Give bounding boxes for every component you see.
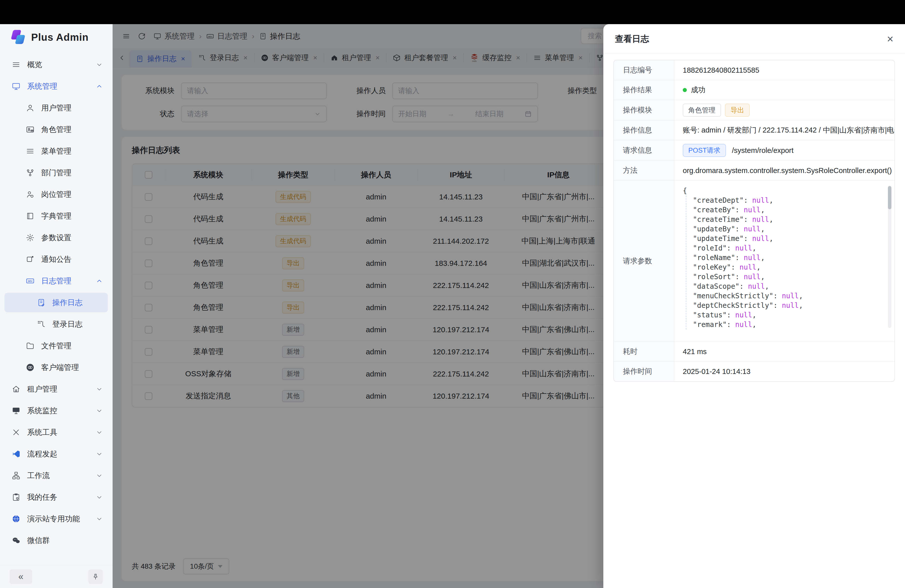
sidebar-item-workflow[interactable]: 工作流 xyxy=(5,466,108,485)
globe-icon xyxy=(11,514,21,523)
sidebar-item-dept-management[interactable]: 部门管理 xyxy=(5,163,108,183)
drawer-body: 日志编号 1882612840802115585 操作结果 成功 操作模块 角色… xyxy=(603,54,905,588)
request-value: POST请求 /system/role/export xyxy=(674,140,894,161)
detail-label: 操作时间 xyxy=(614,362,674,381)
workflow-icon xyxy=(11,471,21,480)
tools-icon xyxy=(11,428,21,437)
detail-label: 方法 xyxy=(614,161,674,180)
json-line: "menuCheckStrictly": null, xyxy=(693,291,887,301)
sidebar-item-post-management[interactable]: 岗位管理 xyxy=(5,184,108,204)
json-line: "dataScope": null, xyxy=(693,282,887,291)
vscode-icon xyxy=(11,450,21,458)
detail-row-request: 请求信息 POST请求 /system/role/export xyxy=(614,140,894,161)
home-icon xyxy=(11,385,21,394)
menu-lines-icon xyxy=(25,147,35,156)
json-line: "roleName": null, xyxy=(693,253,887,262)
chevron-up-icon xyxy=(96,277,103,284)
json-line: "updateBy": null, xyxy=(693,224,887,234)
top-black-bar xyxy=(0,0,905,24)
detail-label: 操作结果 xyxy=(614,80,674,100)
sidebar-item-login-log[interactable]: 登录日志 xyxy=(5,315,108,334)
detail-label: 操作信息 xyxy=(614,121,674,140)
sidebar-item-dict-management[interactable]: 字典管理 xyxy=(5,206,108,226)
dev-badge-icon: DEV xyxy=(25,277,35,286)
drawer-title: 查看日志 xyxy=(615,33,649,45)
wechat-icon xyxy=(11,536,21,545)
sidebar-item-menu-management[interactable]: 菜单管理 xyxy=(5,141,108,161)
sidebar-item-overview[interactable]: 概览 xyxy=(5,55,108,75)
monitor-icon xyxy=(11,82,21,91)
json-line: "roleSort": null, xyxy=(693,272,887,282)
sidebar-item-user-management[interactable]: 用户管理 xyxy=(5,98,108,118)
chevron-down-icon xyxy=(96,515,103,522)
log-id-value: 1882612840802115585 xyxy=(674,60,894,80)
info-value: 账号: admin / 研发部门 / 222.175.114.242 / 中国|… xyxy=(674,121,894,140)
logo[interactable]: Plus Admin xyxy=(0,24,113,50)
module-value: 角色管理 导出 xyxy=(674,100,894,120)
logo-mark-icon xyxy=(10,30,25,44)
sidebar-item-demo-features[interactable]: 演示站专用功能 xyxy=(5,509,108,529)
json-line: "createBy": null, xyxy=(693,205,887,215)
detail-label: 日志编号 xyxy=(614,60,674,80)
monitor-filled-icon xyxy=(11,406,21,415)
post-method-tag: POST请求 xyxy=(683,144,726,157)
sidebar-item-param-settings[interactable]: 参数设置 xyxy=(5,228,108,248)
request-params-code[interactable]: { "createDept": null, "createBy": null, … xyxy=(674,181,894,342)
gear-icon xyxy=(25,233,35,242)
chevron-down-icon xyxy=(96,429,103,436)
sidebar-item-system-tools[interactable]: 系统工具 xyxy=(5,423,108,442)
pin-icon[interactable] xyxy=(88,569,103,584)
sidebar-item-system-management[interactable]: 系统管理 xyxy=(5,76,108,96)
collapse-sidebar-button[interactable]: « xyxy=(10,569,32,584)
drawer-header: 查看日志 × xyxy=(603,24,905,54)
sidebar-item-my-tasks[interactable]: 我的任务 xyxy=(5,488,108,507)
cost-value: 421 ms xyxy=(674,342,894,361)
sidebar-item-file-management[interactable]: 文件管理 xyxy=(5,336,108,356)
book-icon xyxy=(25,211,35,221)
sidebar-item-client-management[interactable]: 客户端管理 xyxy=(5,358,108,377)
json-line: "createTime": null, xyxy=(693,215,887,224)
scrollbar[interactable] xyxy=(888,186,891,328)
detail-row-method: 方法 org.dromara.system.controller.system.… xyxy=(614,161,894,180)
notice-icon xyxy=(25,255,35,264)
user-icon xyxy=(25,103,35,113)
log-detail-table: 日志编号 1882612840802115585 操作结果 成功 操作模块 角色… xyxy=(613,60,895,382)
request-url: /system/role/export xyxy=(732,146,794,155)
detail-row-params: 请求参数 { "createDept": null, "createBy": n… xyxy=(614,180,894,342)
scrollbar-thumb[interactable] xyxy=(888,186,891,209)
app-title: Plus Admin xyxy=(31,32,89,43)
org-tree-icon xyxy=(25,168,35,177)
module-tag: 角色管理 xyxy=(683,103,721,117)
json-line: "roleKey": null, xyxy=(693,262,887,272)
json-line: "roleId": null, xyxy=(693,243,887,253)
close-icon[interactable]: × xyxy=(887,33,894,44)
json-body: "createDept": null, "createBy": null, "c… xyxy=(686,195,887,329)
action-tag: 导出 xyxy=(725,103,749,117)
operation-log-icon xyxy=(36,298,46,307)
detail-row-module: 操作模块 角色管理 导出 xyxy=(614,100,894,120)
sidebar-item-notice[interactable]: 通知公告 xyxy=(5,250,108,269)
success-dot-icon xyxy=(683,88,687,92)
sidebar-item-system-monitor[interactable]: 系统监控 xyxy=(5,401,108,421)
chevron-down-icon xyxy=(96,61,103,68)
hamburger-icon xyxy=(11,60,21,69)
json-line: "status": null, xyxy=(693,310,887,320)
detail-label: 请求信息 xyxy=(614,140,674,161)
detail-row-info: 操作信息 账号: admin / 研发部门 / 222.175.114.242 … xyxy=(614,120,894,140)
sidebar-item-log-management[interactable]: DEV 日志管理 xyxy=(5,271,108,291)
sidebar-item-process-start[interactable]: 流程发起 xyxy=(5,444,108,464)
sidebar-item-operation-log[interactable]: 操作日志 xyxy=(5,293,108,312)
chevron-down-icon xyxy=(96,494,103,501)
detail-row-cost: 耗时 421 ms xyxy=(614,342,894,361)
detail-row-time: 操作时间 2025-01-24 10:14:13 xyxy=(614,361,894,381)
json-line: "deptCheckStrictly": null, xyxy=(693,301,887,310)
detail-label: 请求参数 xyxy=(614,181,674,342)
sidebar-item-wechat-group[interactable]: 微信群 xyxy=(5,531,108,550)
sidebar-item-role-management[interactable]: 角色管理 xyxy=(5,120,108,139)
client-rings-icon xyxy=(25,363,35,372)
id-card-icon xyxy=(25,125,35,134)
chevron-up-icon xyxy=(96,83,103,90)
folder-icon xyxy=(25,341,35,350)
result-value: 成功 xyxy=(674,80,894,100)
sidebar-item-tenant-management[interactable]: 租户管理 xyxy=(5,379,108,399)
